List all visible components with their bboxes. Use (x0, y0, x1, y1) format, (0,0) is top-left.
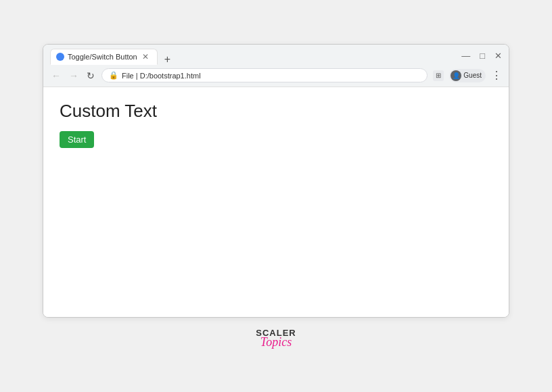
scaler-brand: SCALER Topics (256, 328, 296, 348)
forward-button[interactable]: → (68, 70, 80, 81)
address-url: File | D:/bootstrap1.html (122, 72, 420, 80)
window-right-controls: — □ ✕ (461, 51, 502, 64)
tab-favicon (56, 53, 64, 61)
scaler-topics-logo: SCALER Topics (256, 328, 296, 348)
start-button[interactable]: Start (60, 131, 94, 148)
browser-window: Toggle/Switch Button ✕ + — □ ✕ ← → ↻ 🔒 (43, 44, 509, 318)
maximize-icon[interactable]: □ (480, 51, 485, 61)
lock-icon: 🔒 (109, 71, 118, 80)
minimize-icon[interactable]: — (461, 51, 470, 61)
profile-label: Guest (463, 72, 482, 79)
browser-chrome: Toggle/Switch Button ✕ + — □ ✕ ← → ↻ 🔒 (43, 45, 509, 87)
browser-menu-icon[interactable]: ⋮ (491, 69, 502, 82)
browser-extras: ⊞ 👤 Guest ⋮ (433, 69, 502, 82)
new-tab-icon[interactable]: + (162, 54, 173, 65)
close-icon[interactable]: ✕ (495, 51, 502, 61)
profile-avatar: 👤 (451, 70, 461, 81)
tab-strip: Toggle/Switch Button ✕ + (50, 49, 457, 65)
profile-button[interactable]: 👤 Guest (449, 69, 486, 82)
refresh-button[interactable]: ↻ (85, 70, 96, 81)
browser-tab[interactable]: Toggle/Switch Button ✕ (50, 49, 158, 65)
back-button[interactable]: ← (50, 70, 62, 81)
tab-title: Toggle/Switch Button (68, 53, 137, 61)
browser-content: Custom Text Start (43, 87, 509, 317)
topics-tagline: Topics (260, 336, 292, 348)
extensions-icon[interactable]: ⊞ (433, 70, 444, 81)
address-bar[interactable]: 🔒 File | D:/bootstrap1.html (101, 68, 428, 82)
page-heading: Custom Text (60, 101, 492, 122)
browser-title-bar: Toggle/Switch Button ✕ + — □ ✕ (43, 45, 509, 65)
outer-wrapper: Toggle/Switch Button ✕ + — □ ✕ ← → ↻ 🔒 (43, 44, 509, 348)
browser-address-bar: ← → ↻ 🔒 File | D:/bootstrap1.html ⊞ 👤 Gu… (43, 65, 509, 87)
tab-close-icon[interactable]: ✕ (141, 53, 150, 61)
